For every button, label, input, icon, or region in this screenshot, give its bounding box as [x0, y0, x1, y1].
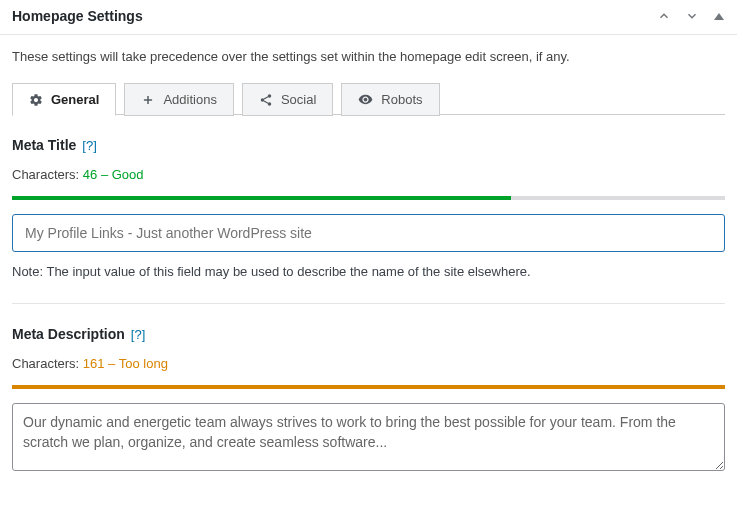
meta-title-help[interactable]: [?]	[82, 138, 96, 153]
tab-label: Social	[281, 92, 316, 107]
intro-text: These settings will take precedence over…	[0, 35, 737, 82]
chars-label: Characters:	[12, 167, 83, 182]
meta-title-label: Meta Title [?]	[12, 137, 725, 153]
plus-icon	[141, 93, 155, 107]
panel-header-controls	[657, 9, 725, 23]
meta-title-label-text: Meta Title	[12, 137, 76, 153]
svg-point-5	[268, 102, 272, 106]
meta-description-bar	[12, 385, 725, 389]
chars-label: Characters:	[12, 356, 83, 371]
meta-title-bar	[12, 196, 725, 200]
tab-label: General	[51, 92, 99, 107]
tab-label: Additions	[163, 92, 216, 107]
tab-social[interactable]: Social	[242, 83, 333, 116]
chevron-up-icon[interactable]	[657, 9, 671, 23]
meta-description-chars: Characters: 161 – Too long	[12, 356, 725, 371]
meta-description-label: Meta Description [?]	[12, 326, 725, 342]
svg-point-3	[268, 94, 272, 98]
meta-description-bar-fill	[12, 385, 725, 389]
tab-general[interactable]: General	[12, 83, 116, 116]
meta-description-label-text: Meta Description	[12, 326, 125, 342]
svg-point-4	[261, 98, 265, 102]
meta-description-section: Meta Description [?] Characters: 161 – T…	[0, 304, 737, 474]
tab-label: Robots	[381, 92, 422, 107]
meta-title-input[interactable]	[12, 214, 725, 252]
tab-additions[interactable]: Additions	[124, 83, 233, 116]
meta-title-bar-fill	[12, 196, 511, 200]
meta-title-note: Note: The input value of this field may …	[12, 264, 725, 279]
meta-title-section: Meta Title [?] Characters: 46 – Good Not…	[0, 115, 737, 279]
meta-description-input[interactable]	[12, 403, 725, 471]
panel-header: Homepage Settings	[0, 0, 737, 35]
panel-title: Homepage Settings	[12, 8, 143, 24]
eye-icon	[358, 92, 373, 107]
svg-line-7	[264, 96, 268, 98]
chars-value: 46 – Good	[83, 167, 144, 182]
gear-icon	[29, 93, 43, 107]
collapse-icon[interactable]	[713, 10, 725, 22]
tabs: General Additions Social Robots	[0, 82, 737, 115]
svg-line-6	[264, 100, 268, 102]
share-icon	[259, 93, 273, 107]
chevron-down-icon[interactable]	[685, 9, 699, 23]
chars-value: 161 – Too long	[83, 356, 168, 371]
svg-marker-0	[714, 13, 724, 20]
tab-robots[interactable]: Robots	[341, 83, 439, 116]
meta-description-help[interactable]: [?]	[131, 327, 145, 342]
meta-title-chars: Characters: 46 – Good	[12, 167, 725, 182]
homepage-settings-panel: Homepage Settings These settings will ta…	[0, 0, 737, 474]
